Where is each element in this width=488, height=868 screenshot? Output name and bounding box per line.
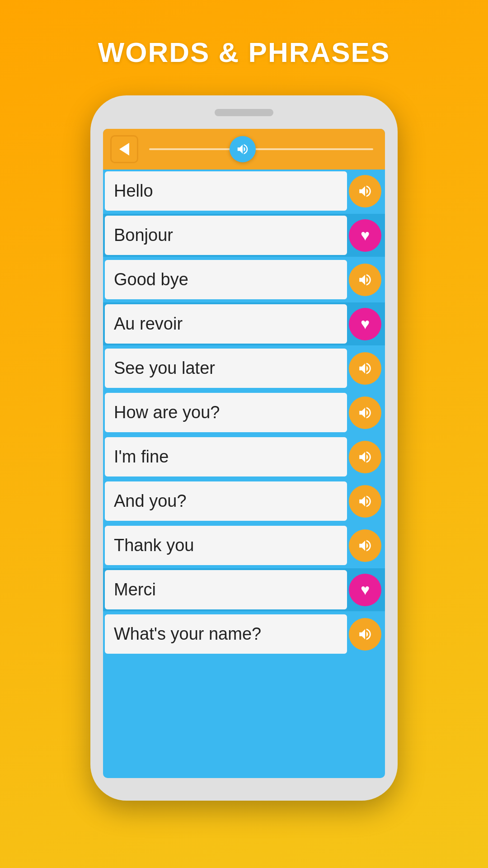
heart-icon: ♥ — [361, 581, 370, 599]
slider-thumb[interactable] — [230, 136, 256, 162]
phrase-text: Thank you — [105, 526, 347, 565]
heart-button[interactable]: ♥ — [349, 219, 381, 252]
sound-button[interactable] — [349, 396, 381, 429]
speaker-icon — [357, 361, 373, 376]
phrase-row: How are you? — [103, 391, 385, 435]
speaker-icon — [357, 494, 373, 509]
phrase-text: Hello — [105, 171, 347, 211]
heart-button[interactable]: ♥ — [349, 308, 381, 340]
sound-button[interactable] — [349, 485, 381, 518]
phrase-text: Good bye — [105, 260, 347, 299]
phrase-text: And you? — [105, 481, 347, 521]
audio-bar — [103, 129, 385, 170]
heart-button[interactable]: ♥ — [349, 574, 381, 606]
phrase-row: And you? — [103, 480, 385, 524]
sound-button[interactable] — [349, 529, 381, 562]
phone-speaker — [215, 109, 273, 116]
phrase-text: Bonjour — [105, 216, 347, 255]
speaker-icon — [357, 449, 373, 465]
phrase-list: Hello Bonjour♥Good bye Au revoir♥See you… — [103, 170, 385, 657]
speaker-icon — [357, 538, 373, 553]
phrase-row: Au revoir♥ — [103, 302, 385, 347]
phrase-row: I'm fine — [103, 435, 385, 480]
back-button[interactable] — [110, 135, 138, 163]
sound-button[interactable] — [349, 264, 381, 296]
slider-track-line — [149, 148, 373, 150]
sound-button[interactable] — [349, 441, 381, 473]
page-title: WORDS & PHRASES — [98, 36, 390, 68]
heart-icon: ♥ — [361, 226, 370, 244]
phrase-row: Bonjour♥ — [103, 214, 385, 258]
phrase-text: See you later — [105, 349, 347, 388]
speaker-icon — [357, 272, 373, 288]
phrase-row: What's your name? — [103, 613, 385, 657]
phrase-text: Au revoir — [105, 304, 347, 344]
phrase-row: Good bye — [103, 258, 385, 302]
phone-shell: Hello Bonjour♥Good bye Au revoir♥See you… — [90, 95, 398, 801]
speaker-icon — [357, 627, 373, 642]
speaker-icon — [357, 184, 373, 199]
audio-slider[interactable] — [145, 135, 378, 163]
phrase-row: Hello — [103, 170, 385, 214]
phrase-row: Merci♥ — [103, 568, 385, 613]
phrase-row: Thank you — [103, 524, 385, 568]
sound-button[interactable] — [349, 618, 381, 651]
speaker-icon — [357, 405, 373, 420]
sound-button[interactable] — [349, 175, 381, 208]
back-arrow-icon — [119, 143, 129, 156]
heart-icon: ♥ — [361, 315, 370, 333]
phrase-text: How are you? — [105, 393, 347, 432]
phrase-text: I'm fine — [105, 437, 347, 476]
sound-button[interactable] — [349, 352, 381, 385]
volume-icon — [236, 142, 249, 156]
phrase-row: See you later — [103, 347, 385, 391]
phrase-text: What's your name? — [105, 614, 347, 654]
phone-screen: Hello Bonjour♥Good bye Au revoir♥See you… — [103, 129, 385, 778]
phrase-text: Merci — [105, 570, 347, 609]
